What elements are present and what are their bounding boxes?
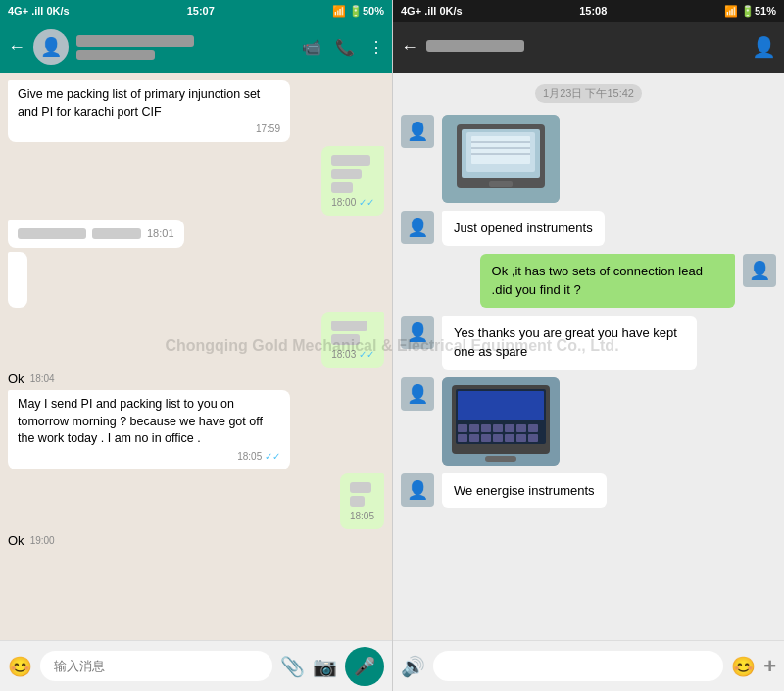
- blurred-line: [331, 334, 359, 345]
- screenshot-container: Chongqing Gold Mechanical & Electrical E…: [0, 0, 784, 691]
- left-msg-2-time: 18:00 ✓✓: [331, 196, 374, 210]
- right-emoji-button[interactable]: 😊: [731, 655, 756, 678]
- svg-rect-19: [528, 424, 538, 432]
- call-icon[interactable]: 📞: [335, 38, 355, 57]
- left-msg-8-time: 18:05: [350, 510, 374, 523]
- left-contact-info: [76, 35, 294, 60]
- right-contact-info: [426, 40, 744, 55]
- attachment-button[interactable]: 📎: [280, 655, 305, 678]
- svg-rect-23: [493, 434, 503, 442]
- left-msg-8: 18:05: [340, 473, 384, 529]
- left-time: 15:07: [187, 5, 215, 17]
- date-label: 1月23日 下午15:42: [535, 84, 642, 103]
- svg-rect-4: [471, 136, 530, 164]
- svg-rect-26: [528, 434, 538, 442]
- back-button[interactable]: ←: [8, 37, 25, 58]
- left-msg-1: Give me packing list of primary injuncti…: [8, 80, 290, 142]
- left-msg-1-text: Give me packing list of primary injuncti…: [18, 87, 260, 119]
- left-status-right: 📶 🔋50%: [332, 5, 384, 18]
- left-contact-status: [76, 50, 155, 60]
- left-top-bar: ← 👤 📹 📞 ⋮: [0, 22, 392, 73]
- svg-rect-14: [469, 424, 479, 432]
- left-msg-3: 18:01: [8, 220, 184, 248]
- instrument-screen-svg: [442, 377, 560, 466]
- left-avatar: 👤: [33, 29, 69, 65]
- right-msg-3-bubble: Ok ,it has two sets of connection lead .…: [480, 254, 735, 308]
- mic-icon: 🎤: [354, 656, 375, 677]
- blurred-line: [350, 496, 365, 507]
- right-msg-5-row: 👤: [401, 377, 776, 466]
- blurred-line: [92, 228, 141, 239]
- right-msg-2-row: 👤 Just opened instruments: [401, 211, 776, 246]
- svg-rect-21: [469, 434, 479, 442]
- mic-button[interactable]: 🎤: [345, 647, 384, 686]
- right-top-icons: 👤: [752, 35, 776, 59]
- right-status-bar: 4G+ .ill 0K/s 15:08 📶 🔋51%: [393, 0, 784, 22]
- right-status-left: 4G+ .ill 0K/s: [401, 5, 463, 17]
- right-avatar-4: 👤: [401, 316, 434, 349]
- right-avatar-5: 👤: [401, 377, 434, 411]
- blurred-line: [331, 169, 362, 179]
- left-status-left: 4G+ .ill 0K/s: [8, 5, 70, 17]
- left-msg-4: [8, 252, 27, 308]
- left-msg-7: May I send PI and packing list to you on…: [8, 390, 290, 469]
- right-add-button[interactable]: +: [763, 654, 776, 679]
- right-msg-6-bubble: We energise instruments: [442, 473, 607, 509]
- right-msg-4-bubble: Yes thanks you are great you have kept o…: [442, 316, 697, 370]
- right-msg-3-text: Ok ,it has two sets of connection lead .…: [492, 264, 703, 298]
- left-contact-name: [76, 35, 194, 47]
- svg-rect-12: [458, 391, 544, 420]
- right-network: 4G+ .ill 0K/s: [401, 5, 463, 17]
- right-msg-1-row: 👤: [401, 115, 776, 203]
- left-msg-9-time: 19:00: [30, 535, 55, 546]
- left-msg-6-row: Ok 18:04: [8, 371, 55, 386]
- video-call-icon[interactable]: 📹: [302, 38, 321, 57]
- voice-button[interactable]: 🔊: [401, 655, 425, 678]
- right-bottom-bar: 🔊 😊 +: [393, 640, 784, 691]
- left-msg-7-text: May I send PI and packing list to you on…: [18, 397, 263, 445]
- blurred-line: [18, 228, 86, 239]
- right-avatar-2: 👤: [401, 211, 434, 244]
- svg-rect-25: [516, 434, 526, 442]
- svg-rect-15: [481, 424, 491, 432]
- right-avatar-6: 👤: [401, 473, 434, 507]
- right-out-avatar: 👤: [743, 254, 776, 287]
- left-battery: 📶 🔋50%: [332, 5, 384, 18]
- svg-rect-24: [505, 434, 514, 442]
- svg-rect-8: [489, 181, 513, 187]
- right-msg-6-row: 👤 We energise instruments: [401, 473, 776, 509]
- message-input[interactable]: [40, 651, 272, 681]
- emoji-button[interactable]: 😊: [8, 655, 32, 678]
- more-icon[interactable]: ⋮: [368, 38, 384, 57]
- right-panel: 4G+ .ill 0K/s 15:08 📶 🔋51% ← 👤 1月23日 下午1…: [392, 0, 784, 691]
- right-battery: 📶 🔋51%: [724, 5, 776, 18]
- left-msg-6-time: 18:04: [30, 373, 55, 384]
- left-top-icons: 📹 📞 ⋮: [302, 38, 384, 57]
- blurred-line: [331, 155, 369, 166]
- left-msg-1-time: 17:59: [18, 123, 280, 136]
- right-chat-area: 1月23日 下午15:42 👤: [393, 73, 784, 640]
- svg-rect-18: [516, 424, 526, 432]
- right-avatar-icon[interactable]: 👤: [752, 35, 776, 59]
- svg-rect-16: [493, 424, 503, 432]
- right-msg-2-text: Just opened instruments: [454, 221, 593, 235]
- left-msg-5: 18:03 ✓✓: [321, 312, 384, 368]
- right-msg-6-text: We energise instruments: [454, 483, 595, 498]
- blurred-line: [331, 321, 368, 331]
- right-status-right: 📶 🔋51%: [724, 5, 776, 18]
- left-msg-2: 18:00 ✓✓: [321, 146, 384, 216]
- right-msg-4-text: Yes thanks you are great you have kept o…: [454, 325, 677, 360]
- svg-rect-13: [458, 424, 467, 432]
- right-message-input[interactable]: [433, 651, 723, 681]
- left-msg-6-text: Ok: [8, 371, 24, 386]
- camera-button[interactable]: 📷: [313, 655, 337, 678]
- right-msg-1-image: [442, 115, 560, 203]
- left-panel: 4G+ .ill 0K/s 15:07 📶 🔋50% ← 👤 📹 📞 ⋮: [0, 0, 392, 691]
- left-bottom-bar: 😊 📎 📷 🎤: [0, 640, 392, 691]
- blurred-line: [350, 482, 371, 493]
- svg-rect-20: [458, 434, 467, 442]
- instrument-image-svg: [442, 115, 560, 203]
- right-msg-4-row: 👤 Yes thanks you are great you have kept…: [401, 316, 776, 370]
- right-back-button[interactable]: ←: [401, 37, 418, 58]
- left-msg-5-time: 18:03 ✓✓: [331, 348, 374, 362]
